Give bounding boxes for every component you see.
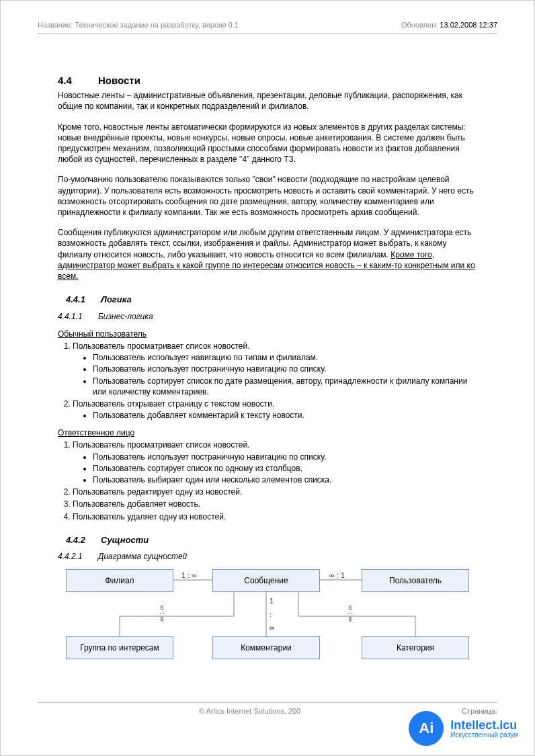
section-para-1: Новостные ленты – административные объяв… [58, 90, 477, 112]
list-item: Пользователь использует постраничную нав… [93, 452, 477, 462]
list-item: Пользователь открывает страницу с тексто… [73, 398, 477, 421]
watermark-line1: Intellect.icu [450, 719, 518, 731]
document-body: 4.4Новости Новостные ленты – администрат… [38, 74, 497, 670]
entity-box-group: Группа по интересам [66, 636, 173, 659]
section-number: 4.4 [58, 74, 98, 87]
entity-box-user: Пользователь [362, 569, 469, 592]
subsubsection-bl-title: Бизнес-логика [98, 312, 153, 321]
list-item: Пользователь использует постраничную нав… [93, 364, 477, 374]
subsubsection-diag-number: 4.4.2.1 [58, 551, 98, 562]
subsection-logic-number: 4.4.1 [66, 294, 101, 306]
header-updated-value: 13.02.2008 12:37 [440, 21, 497, 29]
user-steps-list: Пользователь просматривает список новост… [58, 341, 477, 421]
cardinality-filial-message: 1 : ∞ [181, 571, 197, 581]
list-item: Пользователь удаляет одну из новостей. [73, 511, 477, 522]
entity-box-category: Категория [362, 636, 469, 659]
cardinality-message-group: ∞ : ∞ [157, 605, 167, 622]
list-item: Пользователь просматривает список новост… [73, 439, 477, 485]
cardinality-message-category: ∞ : ∞ [345, 605, 355, 622]
header-updated-label: Обновлен: [401, 21, 438, 29]
subsubsection-bl-number: 4.4.1.1 [58, 311, 98, 322]
role-user-heading: Обычный пользователь [58, 329, 477, 339]
cardinality-message-user: ∞ : 1 [329, 571, 345, 581]
watermark-logo: Ai Intellect.icu Искусственный разум [409, 711, 518, 746]
list-item: Пользователь редактирует одну из новосте… [73, 487, 477, 497]
subsubsection-diag-title: Диаграмма сущностей [98, 552, 187, 561]
list-item: Пользователь сортирует список по дате ра… [93, 376, 477, 397]
subsection-logic-heading: 4.4.1Логика [66, 294, 477, 306]
header-title-value: Техническое задание на разработку, верси… [75, 21, 239, 29]
subsection-entities-number: 4.4.2 [66, 534, 101, 546]
watermark-icon: Ai [409, 711, 444, 746]
section-title: Новости [98, 75, 140, 86]
list-item: Пользователь сортирует список по одному … [93, 463, 477, 474]
section-para-4: Сообщения публикуются администратором ил… [58, 227, 477, 282]
subsection-logic-title: Логика [101, 294, 132, 304]
cardinality-message-comments-bot: ∞ [270, 623, 275, 633]
role-admin-heading: Ответственное лицо [58, 427, 477, 438]
entity-box-filial: Филиал [66, 569, 173, 592]
cardinality-message-comments-top: 1 [270, 596, 274, 606]
subsubsection-bl-heading: 4.4.1.1Бизнес-логика [58, 311, 477, 322]
watermark-line2: Искусственный разум [450, 731, 518, 739]
subsubsection-diag-heading: 4.4.2.1Диаграмма сущностей [58, 551, 477, 562]
cardinality-mc-colon: : [270, 610, 272, 620]
section-para-3: По-умолчанию пользователю показываются т… [58, 174, 477, 218]
admin-steps-list: Пользователь просматривает список новост… [58, 439, 477, 521]
list-item: Пользователь выбирает один или несколько… [93, 474, 477, 485]
list-item: Пользователь добавляет новость. [73, 499, 477, 509]
section-para-2: Кроме того, новостные ленты автоматическ… [58, 122, 477, 165]
entity-box-comments: Комментарии [212, 636, 320, 659]
list-item: Пользователь добавляет комментарий к тек… [93, 410, 477, 421]
entity-box-message: Сообщение [212, 569, 320, 592]
section-heading: 4.4Новости [58, 74, 477, 87]
footer-copyright: © Artics Internet Solutions, 200 [38, 707, 462, 715]
list-item: Пользователь использует навигацию по тип… [93, 352, 477, 363]
header-title-label: Название: [38, 21, 73, 29]
subsection-entities-heading: 4.4.2Сущности [66, 534, 477, 546]
subsection-entities-title: Сущности [101, 535, 149, 545]
page-header: Название: Техническое задание на разрабо… [38, 21, 497, 34]
list-item: Пользователь просматривает список новост… [73, 341, 477, 397]
entity-diagram: Филиал Сообщение Пользователь Группа по … [66, 569, 469, 670]
